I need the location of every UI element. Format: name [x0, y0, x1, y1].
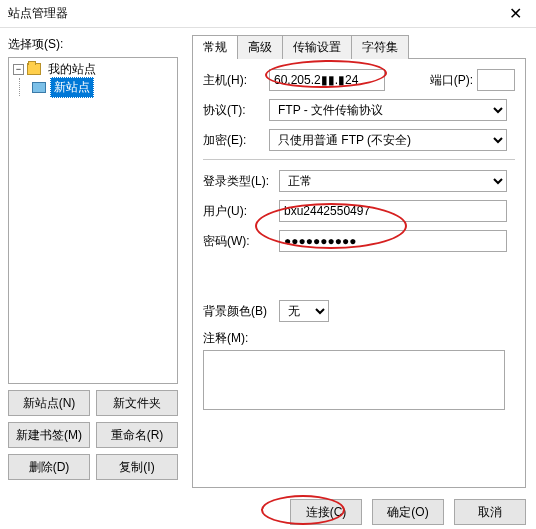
titlebar: 站点管理器 ✕: [0, 0, 536, 28]
server-icon: [32, 82, 46, 93]
tab-general[interactable]: 常规: [192, 35, 238, 59]
tab-advanced[interactable]: 高级: [237, 35, 283, 59]
new-folder-button[interactable]: 新文件夹: [96, 390, 178, 416]
comment-textarea[interactable]: [203, 350, 505, 410]
collapse-icon[interactable]: −: [13, 64, 24, 75]
host-label: 主机(H):: [203, 72, 269, 89]
host-input[interactable]: [269, 69, 385, 91]
copy-button[interactable]: 复制(I): [96, 454, 178, 480]
protocol-label: 协议(T):: [203, 102, 269, 119]
logintype-select[interactable]: 正常: [279, 170, 507, 192]
right-pane: 常规 高级 传输设置 字符集 主机(H): 端口(P): 协议(T): FTP …: [186, 28, 536, 488]
left-pane: 选择项(S): − 我的站点 新站点 新站点(N) 新文件夹 新建书签(M) 重…: [0, 28, 186, 488]
delete-button[interactable]: 删除(D): [8, 454, 90, 480]
password-label: 密码(W):: [203, 233, 279, 250]
bgcolor-label: 背景颜色(B): [203, 303, 279, 320]
port-label: 端口(P):: [430, 72, 473, 89]
user-label: 用户(U):: [203, 203, 279, 220]
close-icon[interactable]: ✕: [503, 4, 528, 23]
user-input[interactable]: [279, 200, 507, 222]
connect-button[interactable]: 连接(C): [290, 499, 362, 525]
folder-icon: [27, 63, 41, 75]
bgcolor-select[interactable]: 无: [279, 300, 329, 322]
tree-root[interactable]: − 我的站点: [11, 60, 175, 78]
tab-charset[interactable]: 字符集: [351, 35, 409, 59]
footer-buttons: 连接(C) 确定(O) 取消: [290, 499, 526, 525]
tab-transfer[interactable]: 传输设置: [282, 35, 352, 59]
tabs: 常规 高级 传输设置 字符集: [192, 35, 526, 59]
window-title: 站点管理器: [8, 5, 503, 22]
encryption-select[interactable]: 只使用普通 FTP (不安全): [269, 129, 507, 151]
tree-child[interactable]: 新站点: [22, 78, 175, 96]
comment-label: 注释(M):: [203, 330, 248, 347]
general-panel: 主机(H): 端口(P): 协议(T): FTP - 文件传输协议 加密(E):…: [192, 58, 526, 488]
port-input[interactable]: [477, 69, 515, 91]
rename-button[interactable]: 重命名(R): [96, 422, 178, 448]
ok-button[interactable]: 确定(O): [372, 499, 444, 525]
password-input[interactable]: [279, 230, 507, 252]
new-site-button[interactable]: 新站点(N): [8, 390, 90, 416]
new-bookmark-button[interactable]: 新建书签(M): [8, 422, 90, 448]
select-label: 选择项(S):: [8, 36, 178, 53]
cancel-button[interactable]: 取消: [454, 499, 526, 525]
encryption-label: 加密(E):: [203, 132, 269, 149]
protocol-select[interactable]: FTP - 文件传输协议: [269, 99, 507, 121]
site-tree[interactable]: − 我的站点 新站点: [8, 57, 178, 384]
logintype-label: 登录类型(L):: [203, 173, 279, 190]
left-button-grid: 新站点(N) 新文件夹 新建书签(M) 重命名(R) 删除(D) 复制(I): [8, 390, 178, 480]
tree-child-label[interactable]: 新站点: [50, 77, 94, 98]
divider: [203, 159, 515, 160]
